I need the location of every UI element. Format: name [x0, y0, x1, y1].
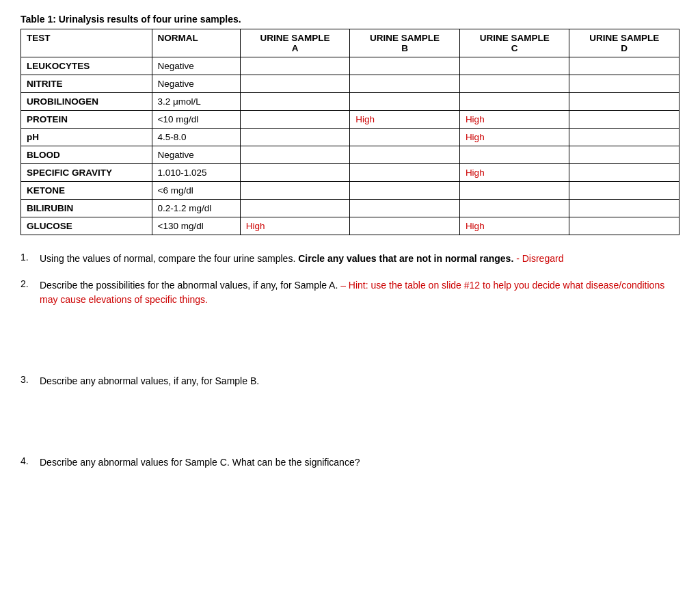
cell-d [569, 200, 679, 217]
cell-c [459, 200, 569, 217]
cell-normal: <10 mg/dl [152, 111, 240, 129]
question-item: 4.Describe any abnormal values for Sampl… [21, 455, 679, 470]
col-header-normal: NORMAL [152, 29, 240, 57]
question-text: Describe the possibilities for the abnor… [40, 278, 679, 307]
table-row: LEUKOCYTESNegative [21, 57, 679, 75]
table-row: GLUCOSE<130 mg/dlHighHigh [21, 217, 679, 235]
cell-a [240, 146, 350, 164]
questions-section: 1.Using the values of normal, compare th… [21, 252, 679, 470]
table-row: BLOODNegative [21, 146, 679, 164]
cell-c [459, 57, 569, 75]
cell-test: BILIRUBIN [21, 200, 152, 217]
table-title: Table 1: Urinalysis results of four urin… [21, 14, 679, 25]
cell-normal: <6 mg/dl [152, 182, 240, 200]
question-number: 2. [21, 278, 40, 289]
cell-d [569, 146, 679, 164]
cell-b [350, 200, 460, 217]
cell-normal: 4.5-8.0 [152, 129, 240, 146]
cell-test: UROBILINOGEN [21, 93, 152, 111]
cell-test: SPECIFIC GRAVITY [21, 164, 152, 182]
cell-normal: Negative [152, 75, 240, 93]
table-row: SPECIFIC GRAVITY1.010-1.025High [21, 164, 679, 182]
cell-a [240, 57, 350, 75]
cell-c: High [459, 129, 569, 146]
cell-c: High [459, 164, 569, 182]
cell-normal: 1.010-1.025 [152, 164, 240, 182]
question-text: Using the values of normal, compare the … [40, 252, 563, 266]
cell-test: KETONE [21, 182, 152, 200]
cell-c [459, 146, 569, 164]
cell-normal: 0.2-1.2 mg/dl [152, 200, 240, 217]
cell-d [569, 75, 679, 93]
cell-d [569, 164, 679, 182]
question-item: 2.Describe the possibilities for the abn… [21, 278, 679, 307]
table-row: KETONE<6 mg/dl [21, 182, 679, 200]
question-number: 4. [21, 455, 40, 466]
cell-a [240, 75, 350, 93]
cell-b [350, 129, 460, 146]
cell-c: High [459, 111, 569, 129]
question-text: Describe any abnormal values for Sample … [40, 455, 360, 470]
cell-normal: Negative [152, 146, 240, 164]
col-header-sample-a: URINE SAMPLEA [240, 29, 350, 57]
cell-a [240, 164, 350, 182]
table-row: UROBILINOGEN3.2 μmol/L [21, 93, 679, 111]
cell-b [350, 146, 460, 164]
cell-b [350, 182, 460, 200]
question-item: 1.Using the values of normal, compare th… [21, 252, 679, 266]
cell-d [569, 129, 679, 146]
cell-c [459, 182, 569, 200]
urinalysis-table: TEST NORMAL URINE SAMPLEA URINE SAMPLEB … [21, 29, 679, 235]
table-row: NITRITENegative [21, 75, 679, 93]
cell-c: High [459, 217, 569, 235]
cell-test: pH [21, 129, 152, 146]
cell-test: PROTEIN [21, 111, 152, 129]
cell-test: GLUCOSE [21, 217, 152, 235]
cell-test: BLOOD [21, 146, 152, 164]
question-number: 3. [21, 374, 40, 385]
cell-b [350, 164, 460, 182]
cell-a [240, 200, 350, 217]
col-header-sample-c: URINE SAMPLEC [459, 29, 569, 57]
cell-normal: <130 mg/dl [152, 217, 240, 235]
cell-normal: Negative [152, 57, 240, 75]
cell-b [350, 93, 460, 111]
cell-b: High [350, 111, 460, 129]
cell-c [459, 93, 569, 111]
cell-d [569, 57, 679, 75]
cell-b [350, 75, 460, 93]
cell-a [240, 93, 350, 111]
cell-b [350, 57, 460, 75]
cell-c [459, 75, 569, 93]
cell-a [240, 111, 350, 129]
question-number: 1. [21, 252, 40, 263]
question-item: 3.Describe any abnormal values, if any, … [21, 374, 679, 388]
col-header-sample-b: URINE SAMPLEB [350, 29, 460, 57]
col-header-sample-d: URINE SAMPLED [569, 29, 679, 57]
cell-test: NITRITE [21, 75, 152, 93]
cell-b [350, 217, 460, 235]
cell-normal: 3.2 μmol/L [152, 93, 240, 111]
cell-d [569, 182, 679, 200]
cell-d [569, 217, 679, 235]
table-row: BILIRUBIN0.2-1.2 mg/dl [21, 200, 679, 217]
question-text: Describe any abnormal values, if any, fo… [40, 374, 259, 388]
cell-a [240, 129, 350, 146]
cell-d [569, 93, 679, 111]
cell-a: High [240, 217, 350, 235]
col-header-test: TEST [21, 29, 152, 57]
table-row: pH4.5-8.0High [21, 129, 679, 146]
cell-a [240, 182, 350, 200]
cell-test: LEUKOCYTES [21, 57, 152, 75]
cell-d [569, 111, 679, 129]
table-row: PROTEIN<10 mg/dlHighHigh [21, 111, 679, 129]
